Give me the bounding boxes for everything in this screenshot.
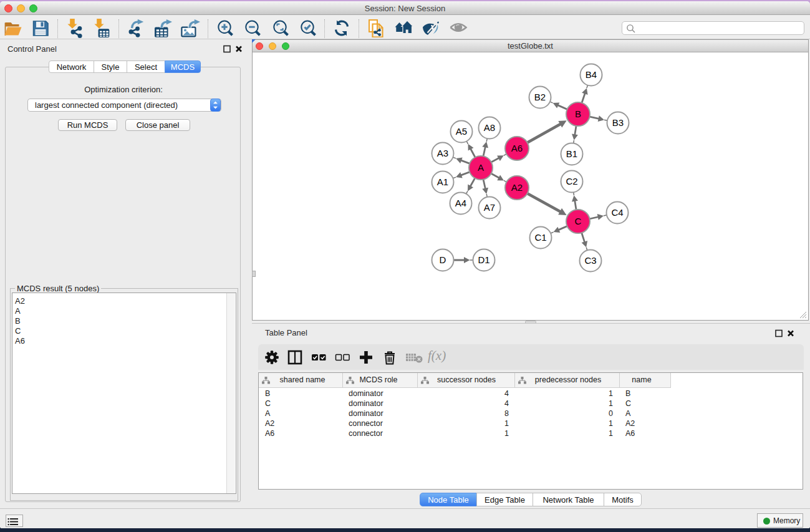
svg-text:B: B <box>575 109 581 119</box>
svg-text:D1: D1 <box>478 254 489 265</box>
svg-text:C3: C3 <box>584 255 596 266</box>
svg-text:A1: A1 <box>437 177 448 187</box>
svg-text:A6: A6 <box>511 143 523 153</box>
svg-text:A: A <box>478 162 484 173</box>
svg-text:A7: A7 <box>484 202 495 213</box>
svg-text:B2: B2 <box>534 92 546 102</box>
svg-text:A2: A2 <box>511 182 523 193</box>
svg-text:B1: B1 <box>566 148 577 159</box>
svg-text:C: C <box>575 216 582 226</box>
svg-text:A3: A3 <box>437 148 448 158</box>
svg-text:C2: C2 <box>566 176 577 186</box>
svg-text:A5: A5 <box>456 126 467 137</box>
svg-text:A8: A8 <box>484 122 495 133</box>
svg-text:C1: C1 <box>534 232 546 243</box>
svg-text:B3: B3 <box>612 117 624 128</box>
svg-text:B4: B4 <box>586 69 597 80</box>
svg-text:D: D <box>440 254 446 265</box>
svg-text:C4: C4 <box>611 207 623 218</box>
svg-text:A4: A4 <box>455 198 466 208</box>
